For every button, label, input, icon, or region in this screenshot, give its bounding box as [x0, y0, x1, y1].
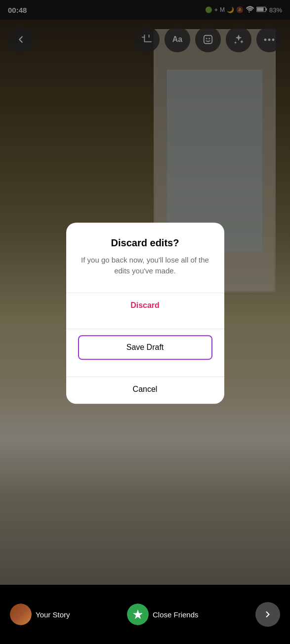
your-story-option[interactable]: Your Story — [10, 604, 70, 625]
your-story-avatar — [10, 604, 32, 625]
close-friends-avatar — [127, 604, 149, 625]
dialog-title: Discard edits? — [78, 237, 212, 249]
next-button[interactable] — [255, 602, 280, 627]
your-story-label: Your Story — [36, 610, 70, 619]
avatar-image — [10, 604, 32, 625]
close-friends-label: Close Friends — [153, 610, 199, 619]
dialog-body: Discard edits? If you go back now, you'l… — [66, 223, 224, 282]
close-friends-avatar-bg — [127, 604, 149, 625]
dialog-message: If you go back now, you'll lose all of t… — [78, 255, 212, 277]
discard-dialog: Discard edits? If you go back now, you'l… — [66, 223, 224, 404]
close-friends-option[interactable]: Close Friends — [127, 604, 199, 625]
bottom-bar: Your Story Close Friends — [0, 585, 290, 644]
cancel-button[interactable]: Cancel — [66, 377, 224, 404]
discard-button[interactable]: Discard — [66, 293, 224, 318]
save-draft-button[interactable]: Save Draft — [78, 335, 212, 360]
